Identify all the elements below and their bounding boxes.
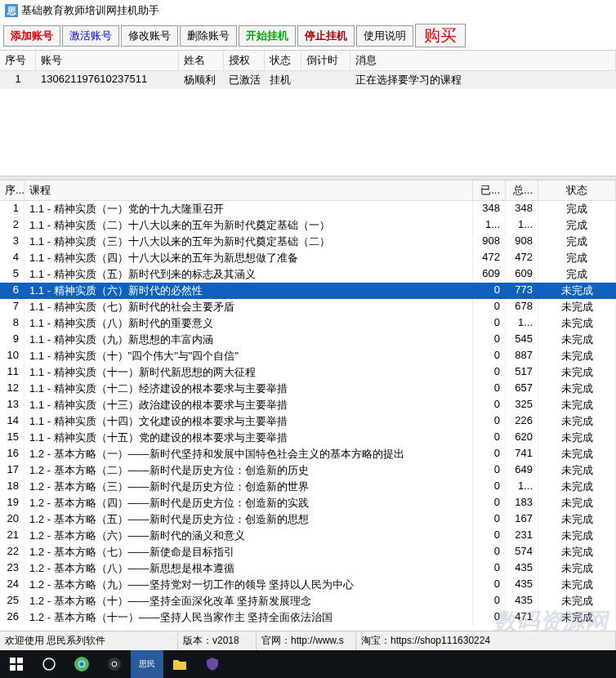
course-row[interactable]: 161.2 - 基本方略（一）——新时代坚持和发展中国特色社会主义的基本方略的提… [0,446,616,462]
cell-course: 1.1 - 精神实质（七）新时代的社会主要矛盾 [25,299,473,315]
cell-total: 620 [506,430,538,446]
course-row[interactable]: 141.1 - 精神实质（十四）文化建设的根本要求与主要举措0226未完成 [0,413,616,430]
cell-idx: 26 [0,609,25,626]
course-row[interactable]: 131.1 - 精神实质（十三）政治建设的根本要求与主要举措0325未完成 [0,397,616,413]
cell-total: 183 [506,495,538,511]
cell-state: 未完成 [538,364,616,381]
cell-state: 未完成 [538,446,616,462]
taskbar-explorer[interactable] [163,650,196,678]
cell-idx: 7 [0,299,25,315]
cell-total: 1... [506,315,538,332]
buy-button[interactable]: 购买 [415,24,466,47]
svg-point-4 [43,658,55,670]
cell-idx: 24 [0,577,25,593]
cell-done: 348 [473,201,506,217]
course-row[interactable]: 231.2 - 基本方略（八）——新思想是根本遵循0435未完成 [0,560,616,577]
col-name[interactable]: 姓名 [179,51,224,70]
taskbar-browser[interactable] [65,650,98,678]
cell-course: 1.2 - 基本方略（五）——新时代是历史方位：创造新的思想 [25,511,473,528]
stop-hang-button[interactable]: 停止挂机 [297,25,355,47]
col-state[interactable]: 状态 [538,181,616,200]
cell-name: 杨顺利 [179,71,224,89]
start-hang-button[interactable]: 开始挂机 [239,25,296,47]
taskbar-cortana[interactable] [33,650,65,678]
cell-course: 1.1 - 精神实质（四）十八大以来的五年为新思想做了准备 [25,250,473,266]
col-auth[interactable]: 授权 [224,51,265,70]
cell-account: 130621197610237511 [36,71,179,89]
statusbar: 欢迎使用 思民系列软件 版本：v2018 官网：http://www.s 淘宝：… [0,631,616,650]
modify-account-button[interactable]: 修改账号 [121,25,178,47]
cell-state: 未完成 [538,299,616,315]
course-row[interactable]: 171.2 - 基本方略（二）——新时代是历史方位：创造新的历史0649未完成 [0,462,616,479]
cell-course: 1.1 - 精神实质（十四）文化建设的根本要求与主要举措 [25,413,473,430]
cell-state: 完成 [538,250,616,266]
course-row[interactable]: 251.2 - 基本方略（十）——坚持全面深化改革 坚持新发展理念0435未完成 [0,593,616,609]
cell-total: 545 [506,332,538,348]
course-row[interactable]: 181.2 - 基本方略（三）——新时代是历史方位：创造新的世界01...未完成 [0,479,616,495]
course-row[interactable]: 201.2 - 基本方略（五）——新时代是历史方位：创造新的思想0167未完成 [0,511,616,528]
help-button[interactable]: 使用说明 [356,25,413,47]
cell-state: 完成 [538,266,616,283]
cell-state: 未完成 [538,348,616,364]
course-row[interactable]: 11.1 - 精神实质（一）党的十九大隆重召开348348完成 [0,201,616,217]
taskbar-app1[interactable] [98,650,131,678]
cell-done: 0 [473,397,506,413]
cell-idx: 11 [0,364,25,381]
cell-msg: 正在选择要学习的课程 [350,71,616,89]
delete-account-button[interactable]: 删除账号 [180,25,237,47]
add-account-button[interactable]: 添加账号 [3,25,60,47]
activate-account-button[interactable]: 激活账号 [62,25,119,47]
course-row[interactable]: 221.2 - 基本方略（七）——新使命是目标指引0574未完成 [0,544,616,560]
course-row[interactable]: 261.2 - 基本方略（十一）——坚持人民当家作主 坚持全面依法治国0471未… [0,609,616,626]
col-idx[interactable]: 序号 [0,51,36,70]
cell-course: 1.1 - 精神实质（三）十八大以来的五年为新时代奠定基础（二） [25,234,473,250]
cell-state: 未完成 [538,495,616,511]
course-row[interactable]: 151.1 - 精神实质（十五）党的建设的根本要求与主要举措0620未完成 [0,430,616,446]
col-account[interactable]: 账号 [36,51,179,70]
course-row[interactable]: 121.1 - 精神实质（十二）经济建设的根本要求与主要举措0657未完成 [0,381,616,397]
taskbar-app2[interactable] [196,650,229,678]
course-row[interactable]: 91.1 - 精神实质（九）新思想的丰富内涵0545未完成 [0,332,616,348]
course-row[interactable]: 31.1 - 精神实质（三）十八大以来的五年为新时代奠定基础（二）908908完… [0,234,616,250]
course-row[interactable]: 101.1 - 精神实质（十）"四个伟大"与"四个自信"0887未完成 [0,348,616,364]
account-row[interactable]: 1 130621197610237511 杨顺利 已激活 挂机 正在选择要学习的… [0,71,616,89]
cell-done: 0 [473,332,506,348]
accounts-grid[interactable]: 1 130621197610237511 杨顺利 已激活 挂机 正在选择要学习的… [0,71,616,176]
course-row[interactable]: 71.1 - 精神实质（七）新时代的社会主要矛盾0678未完成 [0,299,616,315]
cell-done: 0 [473,511,506,528]
start-button[interactable] [0,650,33,678]
course-row[interactable]: 21.1 - 精神实质（二）十八大以来的五年为新时代奠定基础（一）1...1..… [0,217,616,234]
course-row[interactable]: 111.1 - 精神实质（十一）新时代新思想的两大征程0517未完成 [0,364,616,381]
course-row[interactable]: 61.1 - 精神实质（六）新时代的必然性0773未完成 [0,283,616,299]
course-row[interactable]: 211.2 - 基本方略（六）——新时代的涵义和意义0231未完成 [0,528,616,544]
cell-state: 未完成 [538,430,616,446]
col-countdown[interactable]: 倒计时 [301,51,350,70]
col-msg[interactable]: 消息 [350,51,616,70]
col-total[interactable]: 总... [506,181,538,200]
course-row[interactable]: 51.1 - 精神实质（五）新时代到来的标志及其涵义609609完成 [0,266,616,283]
course-row[interactable]: 81.1 - 精神实质（八）新时代的重要意义01...未完成 [0,315,616,332]
cell-idx: 21 [0,528,25,544]
col-idx[interactable]: 序... [0,181,25,200]
svg-point-7 [79,662,84,667]
courses-grid[interactable]: 11.1 - 精神实质（一）党的十九大隆重召开348348完成21.1 - 精神… [0,201,616,626]
course-row[interactable]: 191.2 - 基本方略（四）——新时代是历史方位：创造新的实践0183未完成 [0,495,616,511]
cell-idx: 6 [0,283,25,299]
cell-course: 1.2 - 基本方略（六）——新时代的涵义和意义 [25,528,473,544]
cell-idx: 16 [0,446,25,462]
course-row[interactable]: 41.1 - 精神实质（四）十八大以来的五年为新思想做了准备472472完成 [0,250,616,266]
cell-idx: 5 [0,266,25,283]
cell-done: 0 [473,462,506,479]
cell-course: 1.1 - 精神实质（十三）政治建设的根本要求与主要举措 [25,397,473,413]
col-course[interactable]: 课程 [25,181,473,200]
course-row[interactable]: 241.2 - 基本方略（九）——坚持党对一切工作的领导 坚持以人民为中心043… [0,577,616,593]
cell-course: 1.1 - 精神实质（二）十八大以来的五年为新时代奠定基础（一） [25,217,473,234]
browser-icon [74,656,90,672]
col-done[interactable]: 已... [473,181,506,200]
col-state[interactable]: 状态 [265,51,301,70]
taskbar-active-app[interactable]: 思民 [131,650,163,678]
app-label-icon: 思民 [139,658,155,670]
cell-total: 649 [506,462,538,479]
cell-idx: 2 [0,217,25,234]
cell-course: 1.2 - 基本方略（八）——新思想是根本遵循 [25,560,473,577]
